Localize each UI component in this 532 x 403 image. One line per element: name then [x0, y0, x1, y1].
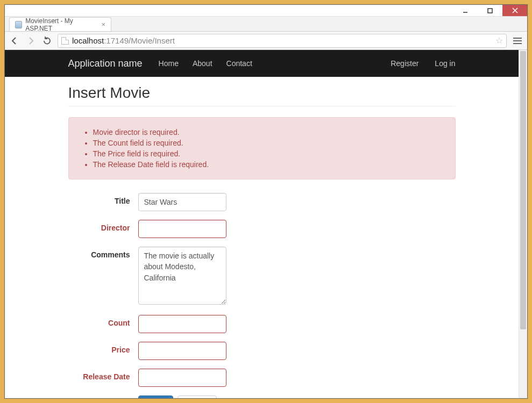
- url-port: :17149: [104, 36, 129, 45]
- input-release-date[interactable]: [138, 369, 226, 387]
- url-host: localhost: [72, 36, 104, 45]
- insert-button[interactable]: Insert: [138, 395, 173, 398]
- back-button[interactable]: [9, 35, 20, 46]
- nav-link-about[interactable]: About: [193, 59, 212, 68]
- field-comments: Comments The movie is actually about Mod…: [68, 247, 456, 306]
- svg-rect-1: [488, 9, 492, 13]
- input-title[interactable]: [138, 193, 226, 211]
- label-price: Price: [68, 342, 138, 354]
- input-price[interactable]: [138, 342, 226, 360]
- nav-link-home[interactable]: Home: [159, 59, 179, 68]
- validation-error: The Price field is required.: [93, 149, 447, 158]
- cancel-button[interactable]: Cancel: [178, 395, 217, 398]
- field-director: Director: [68, 220, 456, 238]
- page-content: Application name Home About Contact Regi…: [5, 50, 519, 398]
- tab-strip: MovieInsert - My ASP.NET ×: [5, 17, 527, 32]
- nav-link-contact[interactable]: Contact: [226, 59, 252, 68]
- field-price: Price: [68, 342, 456, 360]
- tab-close-icon[interactable]: ×: [101, 20, 105, 28]
- scrollbar-thumb[interactable]: [520, 51, 526, 329]
- window-titlebar: [5, 5, 527, 17]
- window-close-button[interactable]: [502, 5, 527, 16]
- label-count: Count: [68, 315, 138, 327]
- validation-error: The Count field is required.: [93, 139, 447, 147]
- url-path: /Movie/Insert: [129, 36, 175, 45]
- chrome-menu-button[interactable]: [512, 38, 523, 44]
- vertical-scrollbar[interactable]: [519, 50, 527, 398]
- window-minimize-button[interactable]: [453, 5, 478, 16]
- browser-toolbar: localhost:17149/Movie/Insert ☆: [5, 32, 527, 50]
- label-director: Director: [68, 220, 138, 232]
- window-maximize-button[interactable]: [478, 5, 502, 16]
- bookmark-star-icon[interactable]: ☆: [495, 35, 503, 46]
- field-title: Title: [68, 193, 456, 211]
- brand[interactable]: Application name: [68, 58, 143, 69]
- tab-title: MovieInsert - My ASP.NET: [25, 17, 96, 32]
- page-title: Insert Movie: [68, 84, 456, 106]
- nav-right: Register Log in: [391, 59, 455, 68]
- label-comments: Comments: [68, 247, 138, 259]
- input-director[interactable]: [138, 220, 226, 238]
- nav-link-register[interactable]: Register: [391, 59, 418, 68]
- browser-tab[interactable]: MovieInsert - My ASP.NET ×: [9, 17, 111, 31]
- movie-form: Title Director Comments: [68, 193, 456, 398]
- input-comments[interactable]: The movie is actually about Modesto, Cal…: [138, 247, 226, 305]
- field-count: Count: [68, 315, 456, 333]
- form-actions: Insert Cancel: [68, 395, 456, 398]
- label-release-date: Release Date: [68, 369, 138, 381]
- favicon-icon: [15, 21, 22, 28]
- nav-links: Home About Contact: [159, 59, 252, 68]
- reload-button[interactable]: [41, 35, 52, 46]
- page-icon: [61, 37, 69, 45]
- input-count[interactable]: [138, 315, 226, 333]
- page-viewport: Application name Home About Contact Regi…: [5, 50, 527, 398]
- site-navbar: Application name Home About Contact Regi…: [5, 50, 519, 77]
- label-title: Title: [68, 193, 138, 205]
- address-bar[interactable]: localhost:17149/Movie/Insert ☆: [58, 34, 507, 48]
- browser-window: MovieInsert - My ASP.NET × localhost:171…: [4, 4, 528, 399]
- url-text: localhost:17149/Movie/Insert: [72, 36, 175, 45]
- forward-button[interactable]: [25, 35, 36, 46]
- validation-error: The Release Date field is required.: [93, 160, 447, 169]
- validation-summary: Movie director is required. The Count fi…: [68, 117, 456, 179]
- nav-link-login[interactable]: Log in: [435, 59, 455, 68]
- validation-error: Movie director is required.: [93, 128, 447, 136]
- field-release-date: Release Date: [68, 369, 456, 387]
